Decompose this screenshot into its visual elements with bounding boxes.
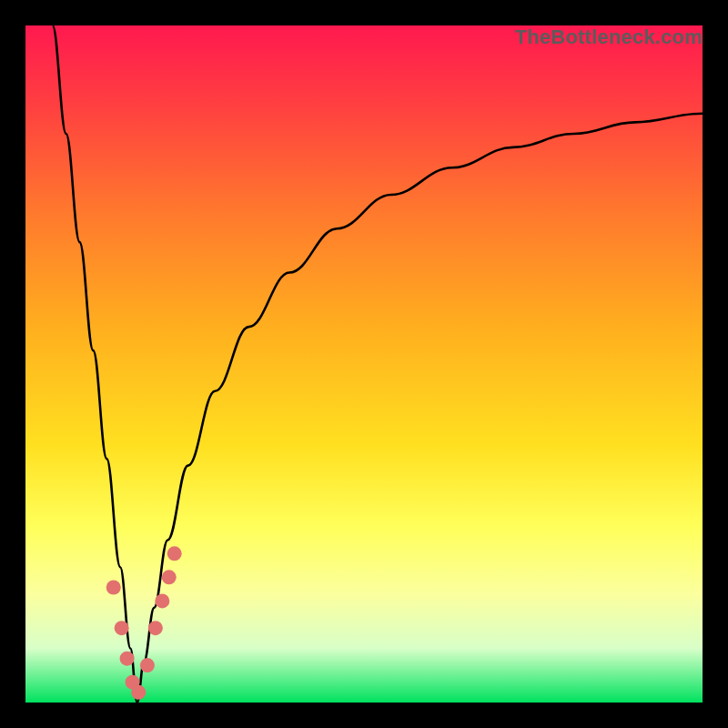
sample-dot (106, 581, 121, 595)
bottleneck-curve (53, 25, 703, 703)
sample-dot (148, 621, 163, 635)
sample-dot (120, 652, 135, 666)
sample-dot (115, 621, 129, 635)
sample-dot (155, 593, 169, 608)
sample-dot (131, 685, 146, 700)
curve-overlay (0, 0, 728, 728)
sample-dot (162, 570, 177, 584)
sample-dot (140, 658, 155, 672)
sample-dot (167, 546, 182, 561)
